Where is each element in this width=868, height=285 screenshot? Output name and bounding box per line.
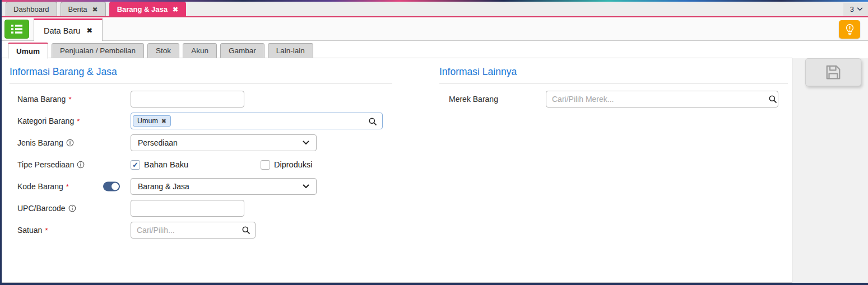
notification-count-dropdown[interactable]: 3 bbox=[843, 3, 868, 16]
info-icon[interactable] bbox=[77, 161, 85, 169]
save-button[interactable] bbox=[805, 58, 861, 86]
label-text: UPC/Barcode bbox=[17, 204, 66, 213]
field-label: Tipe Persediaan bbox=[10, 160, 131, 169]
label-text: Tipe Persediaan bbox=[17, 160, 74, 169]
form-tab-label: Penjualan / Pembelian bbox=[60, 46, 136, 55]
lightbulb-icon bbox=[845, 23, 855, 36]
close-icon[interactable]: ✖ bbox=[173, 6, 178, 13]
field-label: Kategori Barang * bbox=[10, 116, 131, 125]
info-icon[interactable] bbox=[68, 204, 76, 212]
section-title: Informasi Lainnya bbox=[439, 66, 788, 83]
close-icon[interactable]: ✖ bbox=[92, 6, 98, 13]
section-title: Informasi Barang & Jasa bbox=[10, 66, 392, 83]
form-tab-strip: Umum Penjualan / Pembelian Stok Akun Gam… bbox=[2, 43, 868, 58]
field-label: Merek Barang bbox=[439, 95, 546, 104]
form-panel: Informasi Barang & Jasa Nama Barang * Ka… bbox=[2, 58, 792, 283]
form-tab-penjualan-pembelian[interactable]: Penjualan / Pembelian bbox=[52, 43, 144, 58]
top-tab-label: Berita bbox=[68, 5, 87, 13]
remove-tag-icon[interactable]: ✖ bbox=[161, 118, 166, 125]
side-action-area bbox=[792, 58, 868, 283]
doc-tab-label: Data Baru bbox=[44, 26, 80, 35]
merek-barang-input[interactable] bbox=[546, 91, 778, 108]
field-row-kode-barang: Kode Barang * Barang & Jasa bbox=[10, 178, 392, 195]
doc-tab-data-baru[interactable]: Data Baru ✖ bbox=[34, 18, 103, 41]
save-icon bbox=[823, 62, 843, 82]
bahan-baku-option: ✓ Bahan Baku bbox=[131, 160, 261, 170]
chevron-down-icon bbox=[303, 141, 309, 145]
checkbox-label: Bahan Baku bbox=[144, 160, 188, 169]
notification-count: 3 bbox=[850, 5, 854, 13]
nama-barang-input[interactable] bbox=[131, 91, 244, 108]
required-marker: * bbox=[68, 95, 71, 104]
field-label: UPC/Barcode bbox=[10, 204, 131, 213]
check-icon: ✓ bbox=[132, 161, 138, 169]
form-tab-lain-lain[interactable]: Lain-lain bbox=[268, 43, 313, 58]
label-text: Merek Barang bbox=[449, 95, 498, 104]
list-icon bbox=[11, 24, 23, 34]
select-value: Persediaan bbox=[138, 138, 178, 147]
required-marker: * bbox=[77, 117, 80, 125]
field-row-tipe-persediaan: Tipe Persediaan ✓ Bahan Baku Diproduksi bbox=[10, 156, 392, 173]
bahan-baku-checkbox[interactable]: ✓ bbox=[131, 160, 140, 170]
field-label: Nama Barang * bbox=[10, 95, 131, 104]
hint-button[interactable] bbox=[839, 20, 860, 39]
label-text: Satuan bbox=[17, 226, 42, 235]
top-tab-label: Barang & Jasa bbox=[117, 5, 168, 13]
top-tab-barang-jasa[interactable]: Barang & Jasa ✖ bbox=[109, 2, 186, 16]
required-marker: * bbox=[66, 183, 69, 191]
menu-button[interactable] bbox=[4, 20, 29, 39]
field-row-satuan: Satuan * bbox=[10, 222, 392, 239]
select-value: Barang & Jasa bbox=[138, 182, 189, 191]
kategori-barang-input[interactable]: Umum ✖ bbox=[131, 113, 383, 129]
kode-barang-select[interactable]: Barang & Jasa bbox=[131, 178, 317, 195]
field-row-merek-barang: Merek Barang bbox=[439, 91, 788, 108]
satuan-input[interactable] bbox=[131, 222, 256, 239]
document-toolbar: Data Baru ✖ bbox=[2, 18, 868, 41]
search-icon[interactable] bbox=[368, 117, 377, 126]
field-label: Satuan * bbox=[10, 226, 131, 235]
section-informasi-barang-jasa: Informasi Barang & Jasa Nama Barang * Ka… bbox=[10, 66, 392, 244]
label-text: Kategori Barang bbox=[17, 116, 74, 125]
diproduksi-option: Diproduksi bbox=[261, 160, 313, 170]
field-row-upc-barcode: UPC/Barcode bbox=[10, 200, 392, 217]
required-marker: * bbox=[45, 226, 48, 235]
label-text: Kode Barang bbox=[17, 182, 63, 191]
selected-category-chip: Umum ✖ bbox=[133, 115, 171, 127]
chevron-down-icon bbox=[303, 184, 309, 189]
top-tab-label: Dashboard bbox=[13, 5, 49, 13]
label-text: Nama Barang bbox=[17, 95, 66, 104]
form-tab-label: Akun bbox=[191, 46, 208, 55]
chip-label: Umum bbox=[137, 117, 158, 125]
form-tab-label: Stok bbox=[156, 46, 171, 55]
form-tab-label: Gambar bbox=[229, 46, 256, 55]
field-label: Kode Barang * bbox=[10, 182, 131, 191]
upc-barcode-input[interactable] bbox=[131, 200, 244, 217]
label-text: Jenis Barang bbox=[17, 138, 63, 147]
form-tab-gambar[interactable]: Gambar bbox=[220, 43, 264, 58]
form-tab-label: Lain-lain bbox=[276, 46, 305, 55]
top-tab-bar: Dashboard Berita ✖ Barang & Jasa ✖ 3 bbox=[2, 2, 868, 17]
form-tab-umum[interactable]: Umum bbox=[8, 43, 48, 59]
checkbox-label: Diproduksi bbox=[274, 160, 313, 169]
top-tab-berita[interactable]: Berita ✖ bbox=[61, 2, 106, 16]
info-icon[interactable] bbox=[66, 139, 74, 147]
field-label: Jenis Barang bbox=[10, 138, 131, 147]
field-row-nama-barang: Nama Barang * bbox=[10, 91, 392, 108]
window-frame-bottom bbox=[0, 283, 868, 285]
diproduksi-checkbox[interactable] bbox=[261, 160, 270, 170]
form-tab-akun[interactable]: Akun bbox=[183, 43, 217, 58]
field-row-jenis-barang: Jenis Barang Persediaan bbox=[10, 134, 392, 151]
field-row-kategori-barang: Kategori Barang * Umum ✖ bbox=[10, 113, 392, 129]
kode-barang-toggle[interactable] bbox=[103, 182, 120, 191]
form-tab-label: Umum bbox=[16, 47, 40, 55]
toggle-knob bbox=[112, 183, 119, 190]
jenis-barang-select[interactable]: Persediaan bbox=[131, 134, 317, 151]
section-informasi-lainnya: Informasi Lainnya Merek Barang bbox=[439, 66, 788, 113]
close-icon[interactable]: ✖ bbox=[86, 26, 92, 35]
top-tab-dashboard[interactable]: Dashboard bbox=[6, 2, 57, 16]
form-tab-stok[interactable]: Stok bbox=[147, 43, 179, 58]
chevron-down-icon bbox=[857, 7, 863, 11]
